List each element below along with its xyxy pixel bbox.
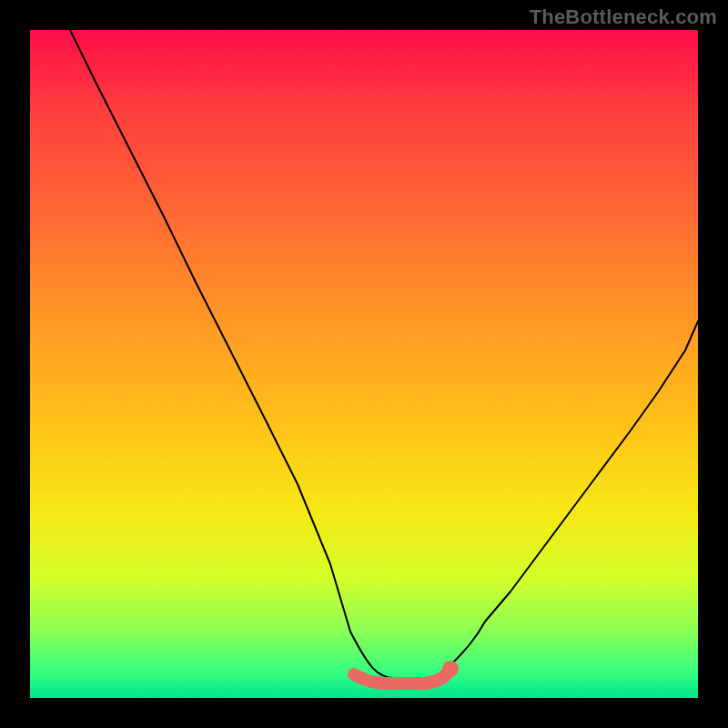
- min-plateau-marker: [354, 672, 449, 683]
- chart-frame: TheBottleneck.com: [0, 0, 728, 728]
- watermark-text: TheBottleneck.com: [530, 5, 717, 29]
- plateau-end-dot: [442, 661, 459, 677]
- plot-area: [30, 30, 698, 698]
- bottleneck-curve: [30, 30, 698, 698]
- curve-path: [70, 30, 698, 678]
